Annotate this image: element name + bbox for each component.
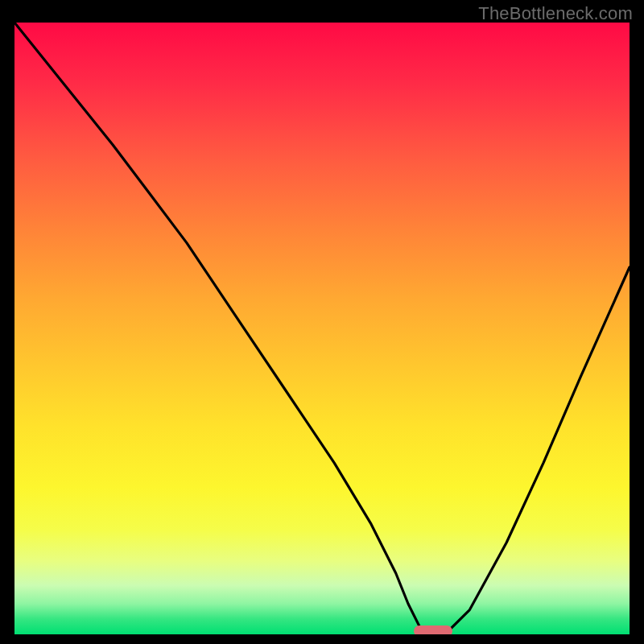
chart-frame [14,23,630,634]
bottleneck-curve [14,23,630,634]
watermark-text: TheBottleneck.com [478,3,633,24]
plot-area [14,23,630,634]
optimum-marker [414,625,452,634]
